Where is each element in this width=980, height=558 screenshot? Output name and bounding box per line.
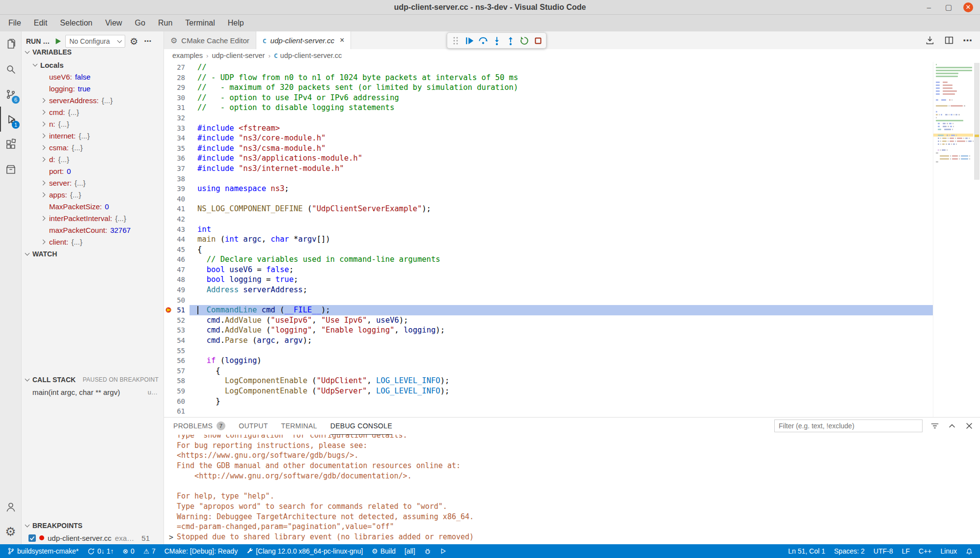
variable-row[interactable]: d:{...} xyxy=(22,153,163,165)
scrollbar-track[interactable] xyxy=(974,62,980,417)
panel-tab-output[interactable]: OUTPUT xyxy=(239,418,268,435)
variable-row[interactable]: port:0 xyxy=(22,165,163,177)
line-number[interactable]: 61 xyxy=(164,406,190,417)
breakpoints-section-header[interactable]: BREAKPOINTS xyxy=(22,520,163,531)
code-line-32[interactable]: 32 xyxy=(164,113,933,123)
code-line-31[interactable]: 31// - option to disable logging stateme… xyxy=(164,103,933,113)
variable-row[interactable]: internet:{...} xyxy=(22,130,163,141)
menu-go[interactable]: Go xyxy=(129,15,152,31)
code-line-38[interactable]: 38 xyxy=(164,174,933,184)
code-line-44[interactable]: 44main (int argc, char *argv[]) xyxy=(164,234,933,245)
activity-run-debug[interactable]: 1 xyxy=(0,107,21,132)
debug-console[interactable]: Type "show configuration" for configurat… xyxy=(164,435,980,544)
line-number[interactable]: 36 xyxy=(164,153,190,164)
line-number[interactable]: 39 xyxy=(164,184,190,194)
restart-button[interactable] xyxy=(517,34,531,47)
status-item--clang-12-0-0-x86-64-pc-[interactable]: [Clang 12.0.0 x86_64-pc-linux-gnu] xyxy=(242,544,367,558)
line-number[interactable]: 37 xyxy=(164,164,190,174)
split-editor-icon[interactable] xyxy=(944,35,954,46)
status-item--all-[interactable]: [all] xyxy=(400,544,420,558)
line-number[interactable]: 38 xyxy=(164,174,190,184)
status-item-build[interactable]: ⚙Build xyxy=(367,544,400,558)
status-item-utf-8[interactable]: UTF-8 xyxy=(869,544,898,558)
variable-row[interactable]: csma:{...} xyxy=(22,141,163,153)
step-into-button[interactable] xyxy=(490,34,503,47)
scope-locals[interactable]: Locals xyxy=(22,59,163,71)
close-icon[interactable] xyxy=(964,421,974,431)
code-line-43[interactable]: 43int xyxy=(164,224,933,235)
run-settings-gear-icon[interactable]: ⚙ xyxy=(130,37,138,46)
chevron-up-icon[interactable] xyxy=(947,421,957,431)
line-number[interactable]: 32 xyxy=(164,113,190,123)
code-line-46[interactable]: 46 // Declare variables used in command-… xyxy=(164,254,933,265)
minimize-button[interactable]: – xyxy=(924,2,934,12)
line-number[interactable]: 29 xyxy=(164,83,190,93)
close-button[interactable]: ✕ xyxy=(963,2,973,12)
code-line-49[interactable]: 49 Address serverAddress; xyxy=(164,285,933,295)
code-line-58[interactable]: 58 LogComponentEnable ("UdpClient", LOG_… xyxy=(164,376,933,386)
console-filter-input[interactable] xyxy=(774,419,923,432)
code-line-54[interactable]: 54 cmd.Parse (argc, argv); xyxy=(164,335,933,346)
variable-row[interactable]: cmd:{...} xyxy=(22,106,163,118)
status-item-spaces-2[interactable]: Spaces: 2 xyxy=(830,544,869,558)
line-number[interactable]: 59 xyxy=(164,386,190,396)
line-number[interactable]: 45 xyxy=(164,245,190,255)
breadcrumb-item[interactable]: examples xyxy=(172,52,203,59)
activity-archive-box[interactable] xyxy=(0,157,21,182)
line-number[interactable]: 47 xyxy=(164,265,190,275)
line-number[interactable]: 44 xyxy=(164,234,190,245)
status-item-c++[interactable]: C++ xyxy=(914,544,936,558)
console-prompt[interactable]: > xyxy=(169,532,173,543)
menu-terminal[interactable]: Terminal xyxy=(179,15,221,31)
line-number[interactable]: 35 xyxy=(164,143,190,154)
maximize-button[interactable]: ▢ xyxy=(944,2,953,12)
code-line-53[interactable]: 53 cmd.AddValue ("logging", "Enable logg… xyxy=(164,325,933,335)
status-item-play-icon[interactable] xyxy=(436,544,451,558)
code-line-60[interactable]: 60 } xyxy=(164,396,933,407)
status-item-0-1-[interactable]: 0↓ 1↑ xyxy=(83,544,118,558)
code-line-41[interactable]: 41NS_LOG_COMPONENT_DEFINE ("UdpClientSer… xyxy=(164,204,933,214)
line-number[interactable]: 41 xyxy=(164,204,190,214)
step-over-button[interactable] xyxy=(476,34,490,47)
line-number[interactable]: 34 xyxy=(164,133,190,143)
code-line-51[interactable]: 51 CommandLine cmd (__FILE__); xyxy=(164,305,933,315)
code-line-52[interactable]: 52 cmd.AddValue ("useIpv6", "Use Ipv6", … xyxy=(164,315,933,326)
line-number[interactable]: 49 xyxy=(164,285,190,295)
breakpoint-row[interactable]: udp-client-server.ccexampl…51 xyxy=(22,532,163,544)
status-item-linux[interactable]: Linux xyxy=(936,544,961,558)
call-stack-section-header[interactable]: CALL STACK PAUSED ON BREAKPOINT xyxy=(22,374,163,386)
line-number[interactable]: 28 xyxy=(164,73,190,83)
code-line-45[interactable]: 45{ xyxy=(164,245,933,255)
code-line-47[interactable]: 47 bool useV6 = false; xyxy=(164,265,933,275)
code-line-50[interactable]: 50 xyxy=(164,295,933,306)
variable-row[interactable]: serverAddress:{...} xyxy=(22,94,163,106)
code-lines[interactable]: 27//28// - UDP flow from n0 to n1 of 102… xyxy=(164,62,933,417)
filter-icon[interactable] xyxy=(930,421,940,431)
line-number[interactable]: 27 xyxy=(164,62,190,73)
line-number[interactable]: 33 xyxy=(164,123,190,134)
code-line-56[interactable]: 56 if (logging) xyxy=(164,356,933,366)
code-line-33[interactable]: 33#include <fstream> xyxy=(164,123,933,134)
code-line-30[interactable]: 30// - option to use IPv4 or IPv6 addres… xyxy=(164,93,933,103)
run-more-actions-icon[interactable]: ⋯ xyxy=(144,37,152,46)
variable-row[interactable]: server:{...} xyxy=(22,177,163,189)
line-number[interactable]: 58 xyxy=(164,376,190,386)
code-editor[interactable]: 27//28// - UDP flow from n0 to n1 of 102… xyxy=(164,62,980,417)
line-number[interactable]: 31 xyxy=(164,103,190,113)
line-number[interactable]: 57 xyxy=(164,366,190,376)
panel-tab-problems[interactable]: PROBLEMS7 xyxy=(173,418,225,435)
more-actions-icon[interactable]: ⋯ xyxy=(963,35,973,46)
menu-run[interactable]: Run xyxy=(152,15,179,31)
variable-row[interactable]: logging:true xyxy=(22,83,163,94)
continue-button[interactable] xyxy=(463,34,476,47)
status-item-buildsystem-cmake-[interactable]: buildsystem-cmake* xyxy=(3,544,83,558)
variables-section-header[interactable]: VARIABLES xyxy=(22,46,163,58)
line-number[interactable]: 46 xyxy=(164,254,190,265)
variable-row[interactable]: apps:{...} xyxy=(22,189,163,200)
menu-file[interactable]: File xyxy=(2,15,27,31)
status-item-lf[interactable]: LF xyxy=(898,544,914,558)
status-item-7[interactable]: ⚠7 xyxy=(139,544,160,558)
variable-row[interactable]: n:{...} xyxy=(22,118,163,130)
menu-selection[interactable]: Selection xyxy=(54,15,99,31)
activity-files[interactable] xyxy=(0,31,21,56)
